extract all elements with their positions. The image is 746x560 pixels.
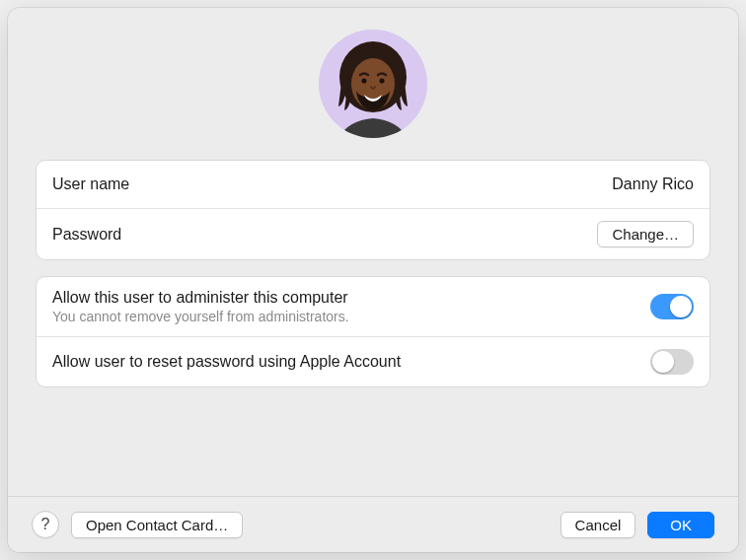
admin-row: Allow this user to administer this compu… xyxy=(37,277,709,336)
change-password-button[interactable]: Change… xyxy=(597,221,694,247)
admin-label: Allow this user to administer this compu… xyxy=(52,289,349,307)
password-label: Password xyxy=(52,226,121,244)
svg-point-4 xyxy=(380,79,385,84)
svg-point-3 xyxy=(362,79,367,84)
reset-password-toggle[interactable] xyxy=(650,349,694,375)
help-icon: ? xyxy=(41,516,50,533)
reset-password-label: Allow user to reset password using Apple… xyxy=(52,353,401,371)
username-label: User name xyxy=(52,175,129,193)
user-settings-dialog: User name Danny Rico Password Change… Al… xyxy=(8,8,738,552)
toggle-knob xyxy=(652,351,674,373)
dialog-content: User name Danny Rico Password Change… Al… xyxy=(8,8,738,496)
user-avatar[interactable] xyxy=(319,30,427,138)
avatar-image xyxy=(319,30,427,138)
admin-row-text: Allow this user to administer this compu… xyxy=(52,289,349,324)
ok-button[interactable]: OK xyxy=(647,512,714,538)
avatar-container xyxy=(36,30,710,138)
dialog-footer: ? Open Contact Card… Cancel OK xyxy=(8,496,738,552)
admin-sublabel: You cannot remove yourself from administ… xyxy=(52,309,349,324)
admin-toggle[interactable] xyxy=(650,294,694,319)
open-contact-card-button[interactable]: Open Contact Card… xyxy=(71,512,243,538)
identity-group: User name Danny Rico Password Change… xyxy=(36,160,710,260)
reset-password-row: Allow user to reset password using Apple… xyxy=(37,336,709,386)
cancel-button[interactable]: Cancel xyxy=(560,512,636,538)
username-row: User name Danny Rico xyxy=(37,161,709,208)
toggle-knob xyxy=(670,296,692,317)
permissions-group: Allow this user to administer this compu… xyxy=(36,276,710,387)
username-value: Danny Rico xyxy=(612,175,694,193)
help-button[interactable]: ? xyxy=(32,511,59,538)
password-row: Password Change… xyxy=(37,208,709,259)
